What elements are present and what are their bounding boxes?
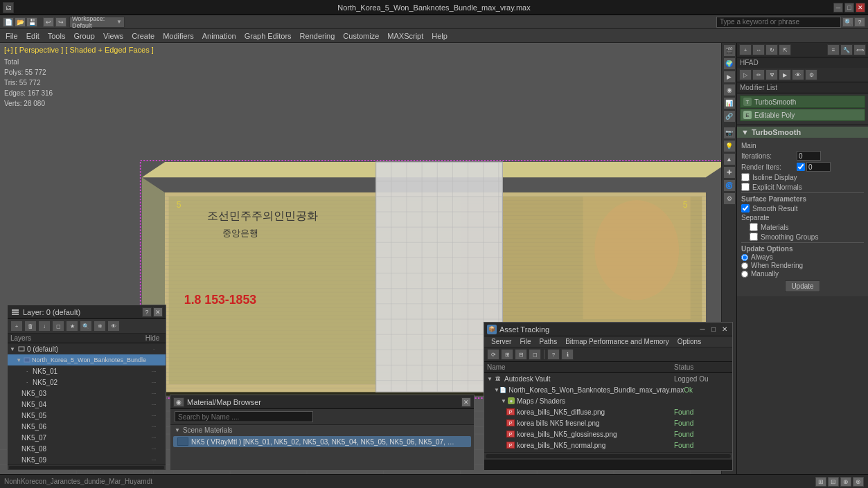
- mp-scale-icon[interactable]: ⇱: [779, 44, 791, 55]
- close-button[interactable]: ✕: [856, 3, 865, 12]
- menu-help[interactable]: Help: [427, 30, 452, 42]
- menu-maxscript[interactable]: MAXScript: [383, 30, 427, 42]
- at-expand[interactable]: ▼: [494, 387, 499, 393]
- layer-hide[interactable]: ···: [143, 435, 164, 441]
- layer-hide[interactable]: ···: [143, 401, 164, 408]
- at-menu-file[interactable]: File: [515, 337, 535, 346]
- mp-display-icon[interactable]: 👁: [792, 69, 804, 80]
- ts-update-button[interactable]: Update: [785, 280, 820, 292]
- layer-scrollbar-h[interactable]: [8, 464, 166, 470]
- at-expand-icon[interactable]: ⊞: [501, 349, 513, 360]
- layer-find-icon[interactable]: 🔍: [80, 320, 92, 332]
- material-editor-icon[interactable]: ◉: [723, 84, 736, 96]
- at-select-icon[interactable]: ◻: [529, 349, 541, 360]
- window-controls-right[interactable]: ─ □ ✕: [833, 3, 865, 12]
- at-help-icon[interactable]: ?: [547, 349, 560, 360]
- mp-paint-icon[interactable]: ✏: [752, 69, 765, 80]
- light-icon[interactable]: 💡: [723, 140, 736, 152]
- maximize-button[interactable]: □: [844, 3, 854, 12]
- layer-item[interactable]: NK5_06 ···: [8, 421, 166, 432]
- ts-always-radio[interactable]: [741, 254, 748, 261]
- schematic-view-icon[interactable]: 🔗: [723, 110, 736, 123]
- layer-expand-icon[interactable]: ▼: [9, 345, 16, 352]
- menu-views[interactable]: Views: [99, 30, 127, 42]
- menu-file[interactable]: File: [1, 30, 22, 42]
- layer-hide[interactable]: ···: [143, 368, 164, 374]
- ts-header[interactable]: ▼ TurboSmooth: [737, 127, 868, 138]
- snap4-icon[interactable]: ⊗: [853, 477, 864, 487]
- mp-rotate-icon[interactable]: ↻: [765, 44, 778, 55]
- mp-create-icon[interactable]: +: [739, 44, 752, 55]
- menu-tools[interactable]: Tools: [44, 30, 70, 42]
- geometry-icon[interactable]: ▲: [723, 153, 736, 165]
- new-icon[interactable]: 📄: [3, 17, 14, 27]
- environment-icon[interactable]: 🌍: [723, 57, 736, 70]
- layer-hide[interactable]: ···: [143, 424, 164, 430]
- camera-icon[interactable]: 📷: [723, 127, 736, 139]
- layer-expand-icon[interactable]: ▼: [16, 356, 22, 363]
- layer-panel-help[interactable]: ?: [142, 307, 152, 317]
- ts-smoothing-groups-check[interactable]: [750, 233, 758, 241]
- layer-freeze-icon[interactable]: ❄: [94, 320, 106, 332]
- at-row[interactable]: P korea_bills_NK5_normal.png Found: [484, 440, 732, 451]
- at-scrollbar-horizontal[interactable]: [484, 452, 732, 459]
- layer-item[interactable]: ▼ 0 (default) ·: [8, 343, 166, 354]
- at-refresh-icon[interactable]: ⟳: [487, 349, 499, 360]
- layer-hide-icon[interactable]: 👁: [107, 320, 120, 332]
- layer-item[interactable]: NK5_03 ···: [8, 388, 166, 399]
- layer-item[interactable]: NK5_04 ···: [8, 399, 166, 410]
- at-menu-bitmap-perf[interactable]: Bitmap Performance and Memory: [561, 337, 673, 346]
- ts-when-rendering-radio[interactable]: [741, 262, 748, 269]
- ts-render-iters-input[interactable]: [806, 162, 831, 172]
- at-info-icon[interactable]: ℹ: [561, 349, 574, 360]
- mat-item[interactable]: NK5 ( VRayMtl ) [NK5_01, NK5_02, NK5_03,…: [173, 436, 471, 447]
- ts-manually-radio[interactable]: [741, 271, 748, 278]
- minimize-button[interactable]: ─: [833, 3, 843, 12]
- workspace-selector[interactable]: Workspace: Default ▼: [69, 17, 125, 28]
- mat-browser-close[interactable]: ✕: [461, 397, 471, 407]
- layer-new-icon[interactable]: +: [10, 320, 23, 332]
- turbosmooth-modifier[interactable]: T TurboSmooth: [740, 96, 865, 108]
- layer-item[interactable]: · NK5_01 ···: [8, 365, 166, 377]
- at-menu-paths[interactable]: Paths: [535, 337, 562, 346]
- at-row[interactable]: ▼ 🏛 Autodesk Vault Logged Ou: [484, 373, 732, 384]
- layer-item[interactable]: NK5_08 ···: [8, 443, 166, 454]
- at-row[interactable]: P korea_bills_NK5_diffuse.png Found: [484, 406, 732, 417]
- spacewarp-icon[interactable]: 🌀: [723, 179, 736, 192]
- menu-graph-editors[interactable]: Graph Editors: [240, 30, 296, 42]
- layer-item[interactable]: NK5_09 ···: [8, 454, 166, 464]
- ts-explicit-normals-check[interactable]: [741, 183, 750, 191]
- snap-icon[interactable]: ⊞: [815, 477, 826, 487]
- help-icon[interactable]: ?: [854, 17, 865, 27]
- track-view-icon[interactable]: 📊: [723, 97, 736, 109]
- at-collapse-icon[interactable]: ⊟: [515, 349, 527, 360]
- search-icon[interactable]: 🔍: [842, 17, 853, 27]
- layer-select-objects-icon[interactable]: ◻: [52, 320, 64, 332]
- layer-item[interactable]: NK5_07 ···: [8, 432, 166, 443]
- layer-item[interactable]: · NK5_02 ···: [8, 377, 166, 388]
- layer-add-selected-icon[interactable]: ↓: [38, 320, 51, 332]
- mp-snap-icon[interactable]: 🔧: [840, 44, 853, 55]
- at-row[interactable]: ▼ ● Maps / Shaders: [484, 395, 732, 406]
- layer-hide[interactable]: ···: [143, 457, 164, 463]
- at-row[interactable]: ▼ 📄 North_Korea_5_Won_Banknotes_Bundle_m…: [484, 384, 732, 395]
- at-close[interactable]: ✕: [720, 325, 729, 334]
- systems-icon[interactable]: ⚙: [723, 192, 736, 205]
- render-setup-icon[interactable]: 🎬: [723, 44, 736, 57]
- layer-hide[interactable]: ···: [143, 379, 164, 386]
- mp-align-icon[interactable]: ≡: [827, 44, 840, 55]
- menu-rendering[interactable]: Rendering: [296, 30, 339, 42]
- redo-icon[interactable]: ↪: [55, 17, 67, 27]
- ts-isoline-check[interactable]: [741, 173, 750, 181]
- layer-list[interactable]: ▼ 0 (default) · ▼ North_Korea_5_Won_Bank…: [8, 343, 166, 464]
- at-expand[interactable]: ▼: [501, 398, 508, 404]
- at-minimize[interactable]: ─: [698, 325, 707, 334]
- menu-create[interactable]: Create: [127, 30, 159, 42]
- mat-search-input[interactable]: [175, 411, 313, 422]
- layer-item[interactable]: ▼ North_Korea_5_Won_Banknotes_Bundle: [8, 354, 166, 365]
- menu-group[interactable]: Group: [69, 30, 99, 42]
- undo-icon[interactable]: ↩: [43, 17, 54, 27]
- at-menu-server[interactable]: Server: [487, 337, 515, 346]
- open-icon[interactable]: 📂: [15, 17, 26, 27]
- snap2-icon[interactable]: ⊟: [828, 477, 839, 487]
